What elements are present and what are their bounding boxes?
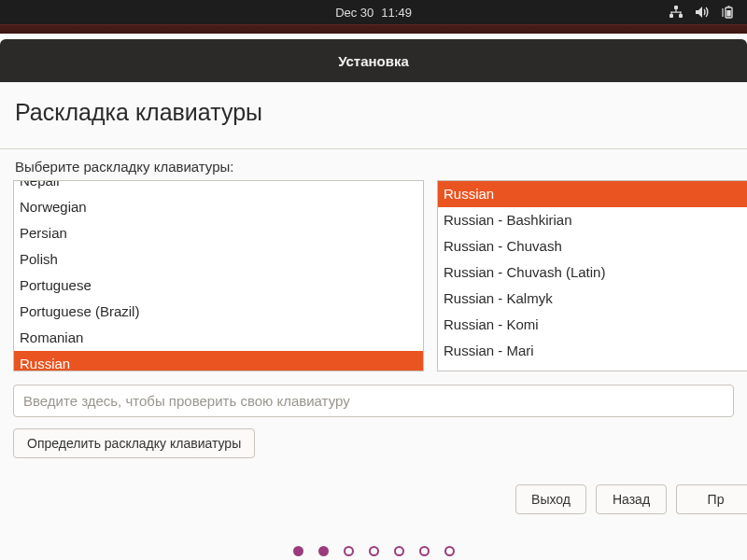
svg-rect-5 xyxy=(671,12,672,15)
window-titlebar: Установка xyxy=(0,39,747,82)
list-item[interactable]: Russian - Ossetian (Win keys) xyxy=(438,364,747,371)
list-item[interactable]: Polish xyxy=(14,246,423,273)
layout-language-list[interactable]: NepaliNorwegianPersianPolishPortuguesePo… xyxy=(13,180,424,371)
pager-dot xyxy=(318,546,329,556)
list-item[interactable]: Norwegian xyxy=(14,194,423,220)
prompt-label: Выберите раскладку клавиатуры: xyxy=(15,159,747,175)
network-icon[interactable] xyxy=(669,6,684,19)
volume-icon[interactable] xyxy=(695,6,710,19)
keyboard-test-input[interactable] xyxy=(13,385,734,417)
quit-button[interactable]: Выход xyxy=(515,484,586,514)
list-item[interactable]: Russian - Chuvash xyxy=(438,233,747,259)
clock: Dec 30 11:49 xyxy=(335,6,412,20)
detect-layout-button[interactable]: Определить раскладку клавиатуры xyxy=(13,428,255,458)
svg-rect-0 xyxy=(674,6,678,9)
svg-rect-6 xyxy=(680,12,681,15)
layout-variant-list[interactable]: RussianRussian - BashkirianRussian - Chu… xyxy=(437,180,747,371)
svg-rect-2 xyxy=(679,14,683,18)
list-item[interactable]: Romanian xyxy=(14,325,423,351)
pager-dot xyxy=(293,546,303,556)
list-item[interactable]: Russian xyxy=(438,181,747,207)
list-item[interactable]: Russian - Chuvash (Latin) xyxy=(438,259,747,286)
list-item[interactable]: Russian - Kalmyk xyxy=(438,286,747,312)
pager-dot xyxy=(394,546,404,556)
continue-button[interactable]: Пр xyxy=(676,484,747,514)
window-title: Установка xyxy=(338,53,409,69)
svg-rect-4 xyxy=(671,12,682,13)
battery-icon[interactable] xyxy=(721,6,738,19)
list-item[interactable]: Russian - Mari xyxy=(438,338,747,364)
svg-rect-1 xyxy=(669,14,673,18)
date-label: Dec 30 xyxy=(335,6,374,20)
back-button[interactable]: Назад xyxy=(596,484,667,514)
system-top-bar: Dec 30 11:49 xyxy=(0,0,747,24)
list-item[interactable]: Portuguese xyxy=(14,273,423,299)
list-item[interactable]: Portuguese (Brazil) xyxy=(14,299,423,325)
divider xyxy=(0,148,747,149)
pager-dot xyxy=(369,546,379,556)
pager-dot xyxy=(344,546,354,556)
page-title: Раскладка клавиатуры xyxy=(15,99,747,126)
svg-rect-8 xyxy=(728,6,730,7)
list-item[interactable]: Russian xyxy=(14,351,423,371)
progress-pager xyxy=(0,546,747,556)
pager-dot xyxy=(419,546,430,556)
svg-rect-9 xyxy=(726,10,730,17)
list-item[interactable]: Russian - Komi xyxy=(438,312,747,338)
list-item[interactable]: Nepali xyxy=(14,181,423,194)
window-decoration-strip xyxy=(0,24,747,34)
pager-dot xyxy=(444,546,455,556)
list-item[interactable]: Russian - Bashkirian xyxy=(438,207,747,233)
list-item[interactable]: Persian xyxy=(14,220,423,246)
time-label: 11:49 xyxy=(381,6,412,20)
